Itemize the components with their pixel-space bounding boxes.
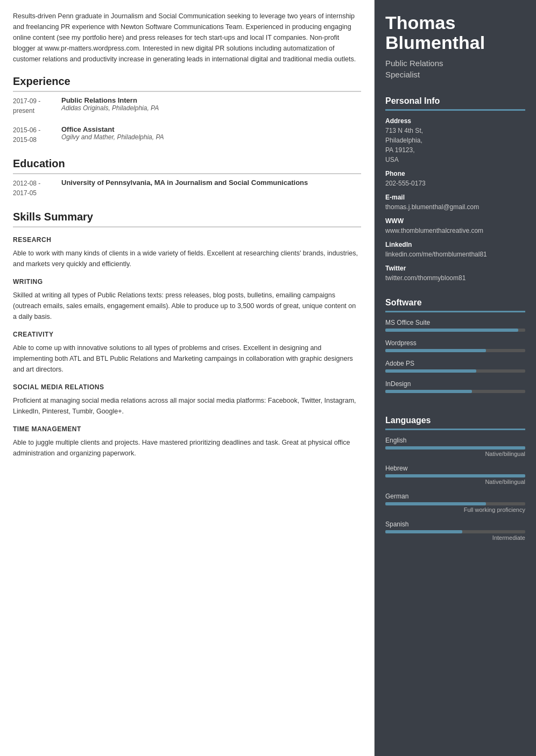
language-level: Intermediate [385,534,525,541]
language-bar-bg [385,446,525,450]
skill-category: CREATIVITY [13,331,361,338]
language-bar-fill [385,530,462,533]
language-level: Full working proficiency [385,507,525,513]
software-label: InDesign [385,380,525,388]
language-bar-bg [385,530,525,533]
software-bar-row: InDesign [385,380,525,393]
exp-date: 2015-06 -2015-08 [13,125,61,145]
www-value: www.thomblumenthalcreative.com [385,226,525,236]
experience-title: Experience [13,75,361,92]
skills-section: Skills Summary RESEARCHAble to work with… [13,211,361,459]
skill-category: RESEARCH [13,236,361,244]
education-list: 2012-08 -2017-05 University of Pennsylva… [13,179,361,198]
right-column: Thomas Blumenthal Public RelationsSpecia… [375,0,536,756]
language-level: Native/bilingual [385,479,525,485]
software-bar-fill [385,369,476,373]
address-value: 713 N 4th St,Philadelphia,PA 19123,USA [385,126,525,165]
software-bar-fill [385,390,472,393]
experience-list: 2017-09 -present Public Relations Intern… [13,96,361,145]
software-bar-bg [385,329,525,332]
skills-list: RESEARCHAble to work with many kinds of … [13,236,361,459]
personal-info-title: Personal Info [385,96,525,111]
skill-desc: Proficient at managing social media rela… [13,395,361,417]
skills-title: Skills Summary [13,211,361,227]
www-label: WWW [385,217,525,225]
exp-detail: Public Relations Intern Adidas Originals… [61,96,159,116]
skill-desc: Skilled at writing all types of Public R… [13,290,361,322]
software-bar-fill [385,349,486,352]
language-bars: English Native/bilingual Hebrew Native/b… [385,437,525,541]
language-bar-row: German Full working proficiency [385,493,525,513]
skill-category: SOCIAL MEDIA RELATIONS [13,383,361,391]
exp-company: Adidas Originals, Philadelphia, PA [61,104,159,112]
language-bar-fill [385,502,486,505]
language-label: Spanish [385,520,525,528]
education-section: Education 2012-08 -2017-05 University of… [13,158,361,198]
experience-section: Experience 2017-09 -present Public Relat… [13,75,361,145]
skill-desc: Able to juggle multiple clients and proj… [13,437,361,459]
software-label: Adobe PS [385,360,525,367]
email-value: thomas.j.blumenthal@gmail.com [385,202,525,212]
language-level: Native/bilingual [385,451,525,457]
languages-title: Languages [385,416,525,430]
language-bar-row: English Native/bilingual [385,437,525,457]
experience-row: 2015-06 -2015-08 Office Assistant Ogilvy… [13,125,361,145]
software-title: Software [385,298,525,312]
language-bar-bg [385,474,525,477]
name-block: Thomas Blumenthal Public RelationsSpecia… [375,0,536,89]
language-label: Hebrew [385,465,525,472]
edu-title: University of Pennsylvania, MA in Journa… [61,179,308,187]
left-column: Results-driven Penn graduate in Journali… [0,0,375,756]
skill-desc: Able to come up with innovative solution… [13,343,361,375]
candidate-name: Thomas Blumenthal [385,13,525,53]
skill-category: WRITING [13,278,361,286]
language-bar-fill [385,446,525,450]
language-bar-fill [385,474,525,477]
language-bar-row: Spanish Intermediate [385,520,525,541]
software-section: Software MS Office Suite Wordpress Adobe… [375,290,536,408]
personal-info-section: Personal Info Address 713 N 4th St,Phila… [375,89,536,290]
phone-value: 202-555-0173 [385,179,525,188]
edu-date: 2012-08 -2017-05 [13,179,61,198]
email-label: E-mail [385,194,525,201]
software-bar-bg [385,390,525,393]
education-title: Education [13,158,361,174]
twitter-label: Twitter [385,265,525,272]
language-bar-bg [385,502,525,505]
software-bars: MS Office Suite Wordpress Adobe PS InDes… [385,319,525,393]
exp-date: 2017-09 -present [13,96,61,116]
software-bar-bg [385,369,525,373]
exp-company: Ogilvy and Mather, Philadelphia, PA [61,133,164,141]
resume-container: Results-driven Penn graduate in Journali… [0,0,536,756]
twitter-value: twitter.com/thommybloom81 [385,273,525,283]
software-bar-bg [385,349,525,352]
exp-detail: Office Assistant Ogilvy and Mather, Phil… [61,125,164,145]
exp-title: Office Assistant [61,125,164,133]
linkedin-value: linkedin.com/me/thomblumenthal81 [385,249,525,259]
languages-section: Languages English Native/bilingual Hebre… [375,408,536,556]
language-bar-row: Hebrew Native/bilingual [385,465,525,485]
software-label: MS Office Suite [385,319,525,326]
summary-text: Results-driven Penn graduate in Journali… [13,11,361,65]
software-bar-row: Wordpress [385,339,525,352]
edu-detail: University of Pennsylvania, MA in Journa… [61,179,308,198]
language-label: German [385,493,525,500]
address-label: Address [385,117,525,125]
linkedin-label: LinkedIn [385,241,525,248]
software-bar-row: Adobe PS [385,360,525,373]
language-label: English [385,437,525,444]
exp-title: Public Relations Intern [61,96,159,104]
skill-desc: Able to work with many kinds of clients … [13,248,361,269]
education-row: 2012-08 -2017-05 University of Pennsylva… [13,179,361,198]
job-title: Public RelationsSpecialist [385,58,525,80]
experience-row: 2017-09 -present Public Relations Intern… [13,96,361,116]
phone-label: Phone [385,170,525,177]
software-label: Wordpress [385,339,525,347]
software-bar-row: MS Office Suite [385,319,525,332]
software-bar-fill [385,329,518,332]
skill-category: TIME MANAGEMENT [13,425,361,433]
